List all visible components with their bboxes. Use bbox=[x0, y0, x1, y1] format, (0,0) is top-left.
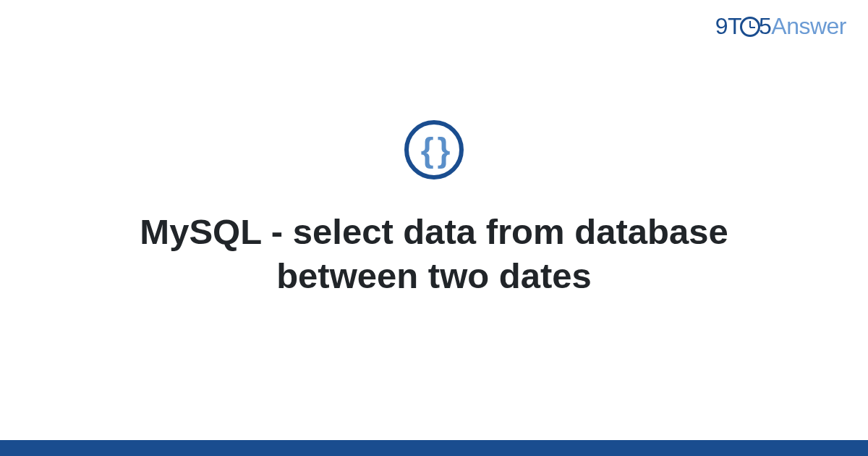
footer-accent-bar bbox=[0, 440, 868, 456]
main-content: { } MySQL - select data from database be… bbox=[0, 0, 868, 440]
question-title: MySQL - select data from database betwee… bbox=[80, 210, 788, 299]
category-badge: { } bbox=[404, 120, 464, 180]
code-braces-icon: { } bbox=[421, 133, 448, 166]
